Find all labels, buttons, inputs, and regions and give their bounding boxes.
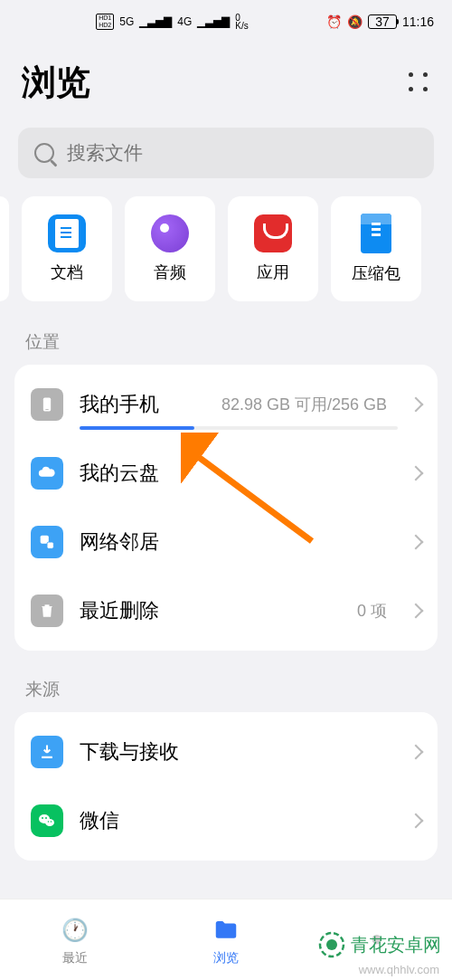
row-downloads[interactable]: 下载与接收 xyxy=(14,718,438,786)
row-label: 下载与接收 xyxy=(80,738,387,766)
signal-bars-icon: ▁▃▅▇ xyxy=(139,15,172,28)
row-label: 最近删除 xyxy=(80,597,341,624)
category-label: 音频 xyxy=(154,262,186,283)
category-label: 压缩包 xyxy=(352,262,400,284)
battery-icon: 37 xyxy=(368,14,397,29)
section-title-location: 位置 xyxy=(0,319,452,365)
nav-browse[interactable]: 浏览 xyxy=(151,899,302,980)
storage-bar xyxy=(80,426,398,430)
category-peek-left[interactable] xyxy=(0,196,9,301)
chevron-right-icon xyxy=(409,535,424,550)
category-zip[interactable]: 压缩包 xyxy=(331,196,421,301)
row-label: 微信 xyxy=(80,807,387,834)
category-audio[interactable]: 音频 xyxy=(125,196,215,301)
svg-rect-3 xyxy=(47,542,53,548)
row-network[interactable]: 网络邻居 xyxy=(14,508,438,576)
clock-icon: 🕐 xyxy=(59,914,91,947)
watermark: 青花安卓网 xyxy=(318,931,441,958)
source-card: 下载与接收 微信 xyxy=(14,712,438,861)
category-label: 应用 xyxy=(257,262,289,283)
svg-rect-1 xyxy=(45,409,48,410)
network-4g: 4G xyxy=(177,15,192,28)
alarm-icon: ⏰ xyxy=(326,14,342,29)
watermark-url: www.qhhlv.com xyxy=(359,963,439,976)
audio-icon xyxy=(151,214,189,252)
svg-point-7 xyxy=(45,817,47,819)
row-label: 我的云盘 xyxy=(80,460,387,487)
app-icon xyxy=(254,214,292,252)
trash-icon xyxy=(31,595,63,627)
status-bar: HD1 HD2 5G ▁▃▅▇ 4G ▁▃▅▇ 0 K/s ⏰ 🔕 37 11:… xyxy=(0,0,452,43)
section-title-source: 来源 xyxy=(0,667,452,712)
category-row: 文档 音频 应用 压缩包 xyxy=(0,178,452,319)
nav-recent[interactable]: 🕐 最近 xyxy=(0,899,151,980)
svg-point-13 xyxy=(326,939,337,950)
folder-icon xyxy=(210,914,242,947)
network-5g: 5G xyxy=(119,15,134,28)
search-input[interactable] xyxy=(67,142,418,164)
mute-icon: 🔕 xyxy=(347,14,363,29)
page-title: 浏览 xyxy=(22,60,90,106)
sim-badge: HD1 HD2 xyxy=(96,14,114,30)
nav-label: 浏览 xyxy=(213,950,239,966)
signal-bars-icon: ▁▃▅▇ xyxy=(197,15,230,28)
archive-icon xyxy=(361,214,391,253)
category-doc[interactable]: 文档 xyxy=(22,196,112,301)
chevron-right-icon xyxy=(409,604,424,619)
chevron-right-icon xyxy=(409,813,424,829)
category-label: 文档 xyxy=(51,262,83,283)
category-app[interactable]: 应用 xyxy=(228,196,318,301)
phone-icon xyxy=(31,388,63,421)
cloud-icon xyxy=(31,457,63,490)
document-icon xyxy=(48,214,86,252)
row-wechat[interactable]: 微信 xyxy=(14,786,438,855)
svg-point-6 xyxy=(42,817,43,819)
page-header: 浏览 xyxy=(0,43,452,128)
location-card: 我的手机 82.98 GB 可用/256 GB 我的云盘 网络邻居 最近删除 0… xyxy=(14,365,438,651)
svg-point-5 xyxy=(45,819,54,826)
svg-point-9 xyxy=(51,821,52,823)
chevron-right-icon xyxy=(409,466,424,481)
row-label: 我的手机 xyxy=(80,391,205,418)
row-label: 网络邻居 xyxy=(80,528,387,556)
wechat-icon xyxy=(31,804,63,837)
download-icon xyxy=(31,736,63,768)
clock-time: 11:16 xyxy=(402,14,434,29)
row-detail: 82.98 GB 可用/256 GB xyxy=(221,394,387,415)
search-icon xyxy=(34,143,54,163)
row-my-phone[interactable]: 我的手机 82.98 GB 可用/256 GB xyxy=(14,370,438,439)
nav-label: 最近 xyxy=(62,950,88,966)
chevron-right-icon xyxy=(409,397,424,413)
more-menu-button[interactable] xyxy=(409,72,430,94)
network-icon xyxy=(31,526,63,558)
row-trash[interactable]: 最近删除 0 项 xyxy=(14,576,438,645)
search-bar[interactable] xyxy=(18,128,434,178)
row-my-cloud[interactable]: 我的云盘 xyxy=(14,439,438,508)
chevron-right-icon xyxy=(409,745,424,760)
svg-point-8 xyxy=(48,821,50,823)
row-detail: 0 项 xyxy=(357,600,387,622)
watermark-logo-icon xyxy=(318,931,345,958)
